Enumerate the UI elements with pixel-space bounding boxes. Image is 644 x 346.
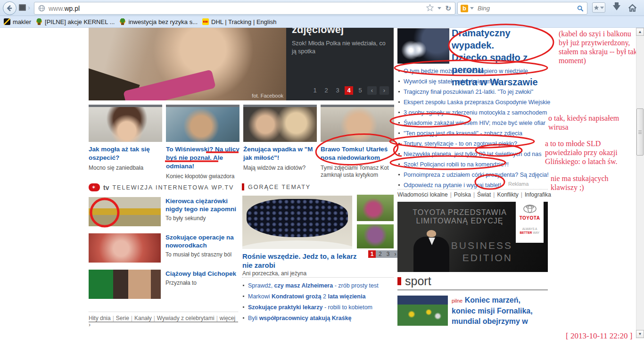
- search-bar[interactable]: b Bing: [457, 2, 587, 15]
- category-link[interactable]: Infografika: [525, 191, 551, 198]
- news-link[interactable]: Świadomie zakażał wirusem HIV; może być …: [397, 118, 549, 128]
- sport-title[interactable]: sport: [405, 274, 431, 288]
- news-categories: Wiadomości lokalne|Polska|Świat|Konflikt…: [397, 191, 553, 198]
- card-title[interactable]: To Wiśniewski? Na ulicy byś nie poznał. …: [166, 145, 239, 171]
- news-main-photo[interactable]: [397, 28, 449, 64]
- toyota-logo-panel: TOYOTA ALWAYS ABETTER WAY: [516, 202, 544, 243]
- category-link[interactable]: Polska: [454, 191, 471, 198]
- carousel-subtext: Szok! Młoda Polka nie wiedziała, co ją s…: [292, 40, 388, 56]
- wptv-item[interactable]: Ciążowy błąd Cichopek Przyznała to: [89, 270, 238, 299]
- card-title[interactable]: Brawo Tomku! Utarłeś nosa niedowiarkom: [321, 145, 394, 162]
- show-bookmarks-icon[interactable]: [592, 2, 605, 13]
- hot-page-1-active[interactable]: 1: [368, 250, 376, 258]
- history-dropdown-icon[interactable]: [438, 7, 441, 9]
- carousel-headline[interactable]: zdjęciowej: [292, 28, 388, 36]
- news-link[interactable]: "Ten pociąg jest dla krasnali" - zobacz …: [397, 128, 549, 139]
- news-link[interactable]: 3 osoby zginęły w zderzeniu motocykla z …: [397, 107, 549, 118]
- celebrity-card[interactable]: Jak mogła aż tak się oszpecić? Mocno się…: [89, 105, 162, 172]
- wptv-link[interactable]: Hity dnia: [89, 315, 111, 321]
- carousel-panel[interactable]: zdjęciowej Szok! Młoda Polka nie wiedzia…: [286, 28, 394, 100]
- hot-topics-pagination: 1 2 3 ›: [368, 250, 399, 258]
- home-icon[interactable]: [628, 3, 637, 12]
- celebrity-card[interactable]: Żenująca wpadka w "M jak miłość"! Mają w…: [243, 105, 317, 172]
- news-link[interactable]: Niezwykła planeta, jest tylko 80 lat świ…: [397, 149, 549, 159]
- wptv-title[interactable]: Ciążowy błąd Cichopek: [165, 270, 236, 278]
- card-photo[interactable]: [89, 107, 162, 142]
- category-link[interactable]: Świat: [477, 191, 491, 198]
- hot-topics-main-image[interactable]: [242, 196, 352, 249]
- wptv-title[interactable]: Szokujące operacje na noworodkach: [165, 233, 238, 249]
- wptv-link[interactable]: Kanały: [134, 315, 152, 321]
- wptv-thumbnail[interactable]: [89, 270, 161, 299]
- scrollbar-thumb[interactable]: [636, 108, 644, 156]
- card-title[interactable]: Jak mogła aż tak się oszpecić?: [89, 145, 162, 162]
- hot-topics-list: Sprawdź, czy masz Alzheimera - zrób pros…: [242, 280, 394, 324]
- wptv-link[interactable]: Wywiady z celebrytami: [157, 315, 215, 321]
- page-button-5[interactable]: 5: [356, 86, 364, 95]
- search-icon[interactable]: [577, 5, 584, 12]
- news-list: O tym będzie można mówić dopiero w niedz…: [397, 66, 549, 190]
- hot-page-3[interactable]: 3: [387, 250, 390, 258]
- reload-icon[interactable]: ↻: [445, 4, 451, 13]
- news-link[interactable]: Wywrócił się statek pełen imigrantów: [397, 76, 549, 87]
- tree-favicon-icon: [119, 18, 126, 25]
- hot-topics-headline[interactable]: Rośnie wszędzie. Jedz to, a lekarz nie z…: [242, 252, 360, 270]
- scroll-down-icon[interactable]: ▼: [636, 330, 644, 338]
- news-link[interactable]: Szok! Policjanci robili to na komendzie?…: [397, 159, 549, 170]
- prev-button[interactable]: ‹: [367, 86, 377, 95]
- wptv-title[interactable]: Kierowca ciężarówki nigdy tego nie zapom…: [165, 197, 238, 213]
- bookmark-item-inwestycja[interactable]: inwestycja bez ryzyka s...: [119, 18, 198, 25]
- card-title[interactable]: Żenująca wpadka w "M jak miłość"!: [243, 145, 317, 162]
- wptv-item[interactable]: Kierowca ciężarówki nigdy tego nie zapom…: [89, 197, 238, 226]
- category-link[interactable]: Wiadomości lokalne: [397, 191, 448, 198]
- back-button[interactable]: [3, 1, 17, 15]
- hot-topics-link[interactable]: Sprawdź, czy masz Alzheimera - zrób pros…: [242, 280, 394, 291]
- margin-note: (kabel do szyi i balkonu był już przytwi…: [559, 29, 642, 65]
- card-subtitle: Tymi zdjęciami Tomasz Kot zamknął usta k…: [321, 165, 394, 179]
- hot-next-button[interactable]: ›: [394, 250, 396, 258]
- news-link[interactable]: Tragiczny finał poszukiwań 21-latki. "To…: [397, 87, 549, 97]
- url-text: www.wp.pl: [49, 5, 80, 12]
- celebrity-card[interactable]: Brawo Tomku! Utarłeś nosa niedowiarkom T…: [321, 105, 394, 179]
- hot-topics-small-image[interactable]: [357, 195, 394, 221]
- news-link[interactable]: O tym będzie można mówić dopiero w niedz…: [397, 66, 549, 76]
- page-button-1[interactable]: 1: [311, 86, 319, 95]
- category-link[interactable]: Konflikty: [497, 191, 518, 198]
- sport-photo[interactable]: [397, 296, 448, 326]
- recent-page-icon[interactable]: [19, 4, 26, 11]
- hot-topics-small-image[interactable]: [357, 224, 394, 248]
- bookmark-item-dhl[interactable]: DHL | Tracking | English: [202, 18, 277, 25]
- hot-topics-link[interactable]: Byli współpracownicy atakują Kraśkę: [242, 313, 394, 324]
- card-photo[interactable]: [243, 107, 317, 142]
- wptv-link[interactable]: Serie: [116, 315, 129, 321]
- bookmark-star-icon[interactable]: [426, 4, 434, 13]
- url-bar[interactable]: www.wp.pl ↻: [34, 2, 455, 15]
- hot-topics-link[interactable]: Szokujące praktyki lekarzy - robili to k…: [242, 302, 394, 313]
- celebrity-card[interactable]: To Wiśniewski? Na ulicy byś nie poznał. …: [166, 105, 239, 180]
- page-button-2[interactable]: 2: [322, 86, 330, 95]
- card-photo[interactable]: [166, 107, 239, 142]
- hot-topics-title: GORĄCE TEMATY: [248, 184, 311, 190]
- card-photo[interactable]: [321, 107, 394, 142]
- bookmark-item-makler[interactable]: makler: [4, 18, 31, 25]
- hot-page-2[interactable]: 2: [379, 250, 382, 258]
- toyota-ad-banner[interactable]: TOYOTA PRZEDSTAWIALIMITOWANĄ EDYCJĘ BUSI…: [397, 202, 548, 272]
- carousel-photo[interactable]: fot. Facebook: [89, 28, 286, 100]
- news-link[interactable]: Ekspert zespołu Laska przeprasza Gospody…: [397, 97, 549, 107]
- wptv-thumbnail[interactable]: [89, 233, 161, 263]
- sport-headline[interactable]: pilne Koniec marzeń, koniec misji Fornal…: [452, 295, 549, 327]
- next-button[interactable]: ›: [380, 86, 389, 95]
- search-engine-dropdown-icon[interactable]: [470, 7, 474, 9]
- page-button-4-active[interactable]: 4: [345, 86, 353, 95]
- bookmark-item-kernel[interactable]: [PILNE] akcje KERNEL ...: [36, 18, 115, 25]
- wptv-item[interactable]: Szokujące operacje na noworodkach To mus…: [89, 233, 238, 263]
- page-button-3[interactable]: 3: [333, 86, 342, 95]
- scroll-up-icon[interactable]: ▲: [636, 28, 644, 36]
- scrollbar-track[interactable]: [636, 28, 644, 338]
- news-link[interactable]: Tortury, sterylizacje - to on zgotował p…: [397, 139, 549, 149]
- downloads-icon[interactable]: [613, 5, 620, 10]
- news-link[interactable]: Pornoimpreza z udziałem córki prezydenta…: [397, 170, 549, 180]
- hot-topics-link[interactable]: Markowi Kondratowi grożą 2 lata więzieni…: [242, 291, 394, 302]
- red-marker: [242, 183, 244, 190]
- wptv-thumbnail[interactable]: [89, 197, 161, 226]
